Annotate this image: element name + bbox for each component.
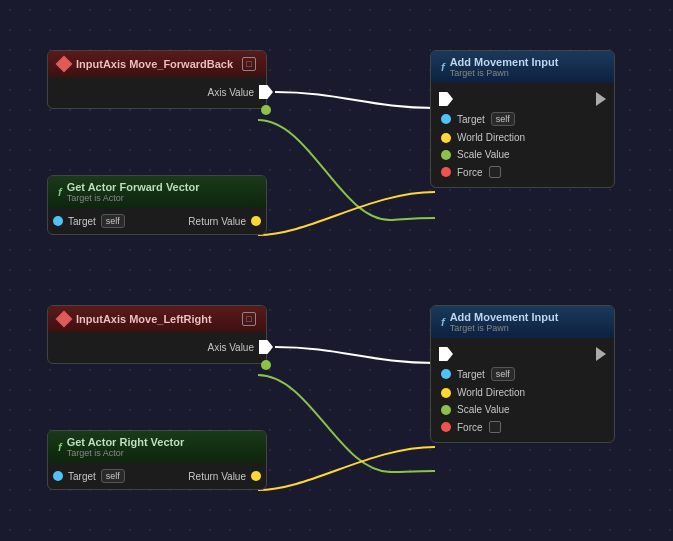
- vector-node-1-subtitle: Target is Actor: [67, 193, 200, 203]
- movement-1-force-checkbox[interactable]: [489, 166, 501, 178]
- axis-node-1: InputAxis Move_ForwardBack □ Axis Value: [47, 50, 267, 109]
- movement-2-scale-pin[interactable]: [441, 405, 451, 415]
- movement-node-2-body: Target self World Direction Scale Value …: [431, 338, 614, 442]
- vector-node-1-header: f Get Actor Forward Vector Target is Act…: [48, 176, 266, 208]
- movement-1-target-pin[interactable]: [441, 114, 451, 124]
- self-tag-1: self: [101, 214, 125, 228]
- movement-1-target-row: Target self: [431, 109, 614, 129]
- return-row-2: Return Value: [188, 471, 256, 482]
- vector-node-2-subtitle: Target is Actor: [67, 448, 185, 458]
- axis-node-2: InputAxis Move_LeftRight □ Axis Value: [47, 305, 267, 364]
- movement-2-force-label: Force: [457, 422, 483, 433]
- axis-node-1-header: InputAxis Move_ForwardBack □: [48, 51, 266, 77]
- movement-node-1: f Add Movement Input Target is Pawn Targ…: [430, 50, 615, 188]
- vector-node-2-body: Target self Return Value: [48, 463, 266, 489]
- return-pin-2[interactable]: [251, 471, 261, 481]
- target-pin-1[interactable]: [53, 216, 63, 226]
- axis-node-1-close[interactable]: □: [242, 57, 256, 71]
- axis-value-label-2: Axis Value: [207, 342, 254, 353]
- movement-node-2-title: Add Movement Input: [450, 311, 559, 323]
- movement-2-force-pin[interactable]: [441, 422, 451, 432]
- exec-out-pin-1[interactable]: [259, 85, 273, 99]
- vector-node-2-header: f Get Actor Right Vector Target is Actor: [48, 431, 266, 463]
- movement-2-target-pin[interactable]: [441, 369, 451, 379]
- movement-func-icon-2: f: [441, 316, 445, 328]
- movement-2-worlddir-row: World Direction: [431, 384, 614, 401]
- movement-node-2: f Add Movement Input Target is Pawn Targ…: [430, 305, 615, 443]
- movement-2-exec-in[interactable]: [439, 347, 453, 361]
- movement-2-target-row: Target self: [431, 364, 614, 384]
- movement-1-worlddir-row: World Direction: [431, 129, 614, 146]
- vector-node-1-body: Target self Return Value: [48, 208, 266, 234]
- movement-2-exec-row: [431, 344, 614, 364]
- axis-node-2-header: InputAxis Move_LeftRight □: [48, 306, 266, 332]
- return-label-1: Return Value: [188, 216, 246, 227]
- movement-2-self-tag: self: [491, 367, 515, 381]
- movement-2-force-row: Force: [431, 418, 614, 436]
- movement-func-icon-1: f: [441, 61, 445, 73]
- exec-out-pin-2[interactable]: [259, 340, 273, 354]
- movement-1-exec-row: [431, 89, 614, 109]
- movement-2-force-checkbox[interactable]: [489, 421, 501, 433]
- target-pin-2[interactable]: [53, 471, 63, 481]
- target-label-2: Target: [68, 471, 96, 482]
- movement-2-exec-out[interactable]: [596, 347, 606, 361]
- return-label-2: Return Value: [188, 471, 246, 482]
- axis-node-2-body: Axis Value: [48, 332, 266, 363]
- movement-1-target-label: Target: [457, 114, 485, 125]
- target-label-1: Target: [68, 216, 96, 227]
- movement-node-1-header: f Add Movement Input Target is Pawn: [431, 51, 614, 83]
- return-pin-1[interactable]: [251, 216, 261, 226]
- movement-1-worlddir-label: World Direction: [457, 132, 525, 143]
- movement-1-scale-row: Scale Value: [431, 146, 614, 163]
- movement-node-2-header: f Add Movement Input Target is Pawn: [431, 306, 614, 338]
- axis-value-pin-1[interactable]: [261, 105, 271, 115]
- vector-node-2-title: Get Actor Right Vector: [67, 436, 185, 448]
- movement-1-scale-pin[interactable]: [441, 150, 451, 160]
- movement-2-worlddir-pin[interactable]: [441, 388, 451, 398]
- target-row-2: Target self: [58, 469, 125, 483]
- movement-1-force-label: Force: [457, 167, 483, 178]
- movement-node-1-title: Add Movement Input: [450, 56, 559, 68]
- movement-1-exec-out[interactable]: [596, 92, 606, 106]
- axis-node-2-close[interactable]: □: [242, 312, 256, 326]
- axis-value-label-1: Axis Value: [207, 87, 254, 98]
- movement-node-1-subtitle: Target is Pawn: [450, 68, 559, 78]
- return-row-1: Return Value: [188, 216, 256, 227]
- axis-icon-1: [56, 56, 73, 73]
- self-tag-2: self: [101, 469, 125, 483]
- movement-2-scale-label: Scale Value: [457, 404, 510, 415]
- vector-node-1-title: Get Actor Forward Vector: [67, 181, 200, 193]
- movement-node-2-subtitle: Target is Pawn: [450, 323, 559, 333]
- movement-1-worlddir-pin[interactable]: [441, 133, 451, 143]
- movement-node-1-body: Target self World Direction Scale Value …: [431, 83, 614, 187]
- axis-node-1-body: Axis Value: [48, 77, 266, 108]
- axis-icon-2: [56, 311, 73, 328]
- movement-2-worlddir-label: World Direction: [457, 387, 525, 398]
- vector-func-icon-2: f: [58, 441, 62, 453]
- vector-node-2: f Get Actor Right Vector Target is Actor…: [47, 430, 267, 490]
- target-row-1: Target self: [58, 214, 125, 228]
- movement-1-self-tag: self: [491, 112, 515, 126]
- movement-1-force-pin[interactable]: [441, 167, 451, 177]
- vector-node-1: f Get Actor Forward Vector Target is Act…: [47, 175, 267, 235]
- movement-2-scale-row: Scale Value: [431, 401, 614, 418]
- axis-value-pin-2[interactable]: [261, 360, 271, 370]
- axis-node-1-title: InputAxis Move_ForwardBack: [76, 58, 233, 70]
- vector-func-icon-1: f: [58, 186, 62, 198]
- movement-1-scale-label: Scale Value: [457, 149, 510, 160]
- movement-1-force-row: Force: [431, 163, 614, 181]
- axis-node-2-title: InputAxis Move_LeftRight: [76, 313, 212, 325]
- movement-2-target-label: Target: [457, 369, 485, 380]
- movement-1-exec-in[interactable]: [439, 92, 453, 106]
